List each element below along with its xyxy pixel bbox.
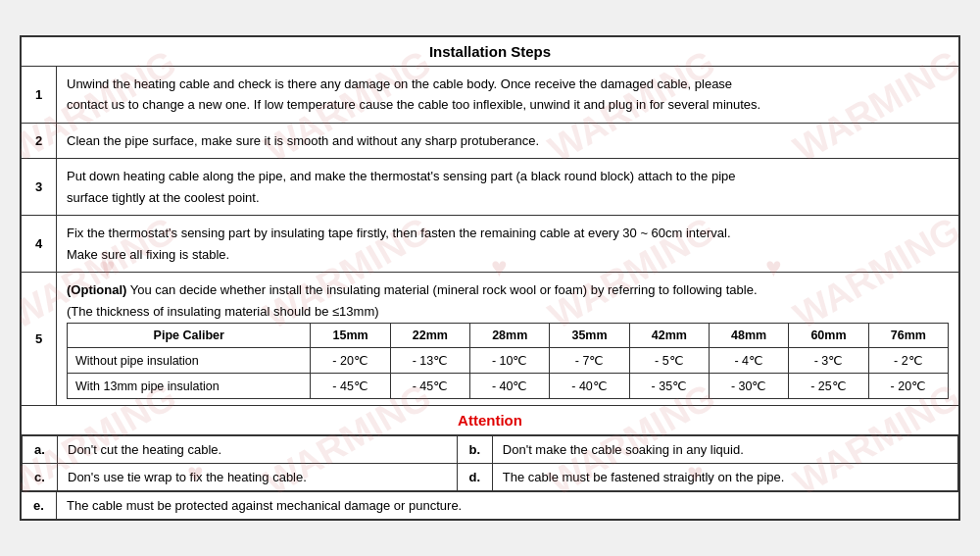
caliber-table: Pipe Caliber 15mm 22mm 28mm 35mm 42mm 48… bbox=[67, 323, 949, 399]
caliber-row-1: With 13mm pipe insulation - 45℃ - 45℃ - … bbox=[68, 374, 949, 399]
caliber-row-1-v3: - 40℃ bbox=[550, 374, 629, 399]
notes-row-ad: a. Don't cut the heating cable. b. Don't… bbox=[22, 435, 959, 492]
note-a-letter: a. bbox=[23, 436, 58, 464]
note-b-letter: b. bbox=[457, 436, 492, 464]
main-table: Installation Steps 1 Unwind the heating … bbox=[21, 36, 959, 521]
step-4-row: 4 Fix the thermostat's sensing part by i… bbox=[22, 216, 959, 273]
step-5-row: 5 (Optional) You can decide whether inst… bbox=[22, 273, 959, 406]
caliber-row-0-v1: - 13℃ bbox=[390, 348, 469, 374]
notes-table-ad: a. Don't cut the heating cable. b. Don't… bbox=[22, 435, 958, 491]
caliber-row-1-label: With 13mm pipe insulation bbox=[68, 374, 311, 399]
step-1-num: 1 bbox=[22, 66, 57, 123]
note-row-cd: c. Don's use tie wrap to fix the heating… bbox=[23, 464, 958, 491]
note-b-text: Don't make the cable soaking in any liqu… bbox=[492, 436, 957, 464]
caliber-header-row: Pipe Caliber 15mm 22mm 28mm 35mm 42mm 48… bbox=[68, 324, 949, 348]
caliber-row-1-v0: - 45℃ bbox=[311, 374, 390, 399]
step-2-line-1: Clean the pipe surface, make sure it is … bbox=[67, 131, 949, 151]
caliber-row-1-v4: - 35℃ bbox=[629, 374, 709, 399]
caliber-row-0-v3: - 7℃ bbox=[550, 348, 629, 374]
step-5-line-2: (The thickness of insulating material sh… bbox=[67, 302, 949, 322]
header-row: Installation Steps bbox=[22, 36, 959, 66]
title: Installation Steps bbox=[22, 36, 959, 66]
note-d-letter: d. bbox=[457, 464, 492, 491]
note-c-letter: c. bbox=[23, 464, 58, 491]
caliber-col-1: 15mm bbox=[311, 324, 390, 348]
note-e-letter: e. bbox=[22, 492, 57, 520]
caliber-row-0-v0: - 20℃ bbox=[311, 348, 390, 374]
step-1-line-2: contact us to change a new one. If low t… bbox=[67, 95, 949, 115]
caliber-col-5: 42mm bbox=[629, 324, 709, 348]
step-3-line-2: surface tightly at the coolest point. bbox=[67, 188, 949, 208]
step-5-num: 5 bbox=[22, 273, 57, 406]
caliber-col-4: 35mm bbox=[550, 324, 629, 348]
step-4-content: Fix the thermostat's sensing part by ins… bbox=[57, 216, 959, 273]
caliber-row-0-v4: - 5℃ bbox=[629, 348, 709, 374]
attention-row: Attention bbox=[22, 406, 959, 435]
caliber-col-7: 60mm bbox=[789, 324, 868, 348]
attention-label: Attention bbox=[22, 406, 959, 435]
caliber-row-1-v1: - 45℃ bbox=[390, 374, 469, 399]
caliber-col-0: Pipe Caliber bbox=[68, 324, 311, 348]
caliber-row-1-v5: - 30℃ bbox=[710, 374, 789, 399]
caliber-row-0-v5: - 4℃ bbox=[710, 348, 789, 374]
caliber-row-1-v2: - 40℃ bbox=[470, 374, 550, 399]
step-2-num: 2 bbox=[22, 123, 57, 159]
caliber-col-2: 22mm bbox=[390, 324, 469, 348]
caliber-row-0: Without pipe insulation - 20℃ - 13℃ - 10… bbox=[68, 348, 949, 374]
step-1-content: Unwind the heating cable and check is th… bbox=[57, 66, 959, 123]
optional-label: (Optional) bbox=[67, 282, 126, 297]
step-4-line-1: Fix the thermostat's sensing part by ins… bbox=[67, 224, 949, 243]
step-3-row: 3 Put down heating cable along the pipe,… bbox=[22, 159, 959, 216]
step-5-content: (Optional) You can decide whether instal… bbox=[57, 273, 959, 406]
caliber-row-0-v6: - 3℃ bbox=[789, 348, 868, 374]
note-a-text: Don't cut the heating cable. bbox=[58, 436, 458, 464]
caliber-col-6: 48mm bbox=[710, 324, 789, 348]
note-e-text: The cable must be protected against mech… bbox=[57, 492, 959, 520]
note-c-text: Don's use tie wrap to fix the heating ca… bbox=[58, 464, 458, 491]
caliber-row-1-v7: - 20℃ bbox=[868, 374, 948, 399]
caliber-row-0-v2: - 10℃ bbox=[470, 348, 550, 374]
step-3-content: Put down heating cable along the pipe, a… bbox=[57, 159, 959, 216]
caliber-col-8: 76mm bbox=[868, 324, 948, 348]
caliber-row-0-v7: - 2℃ bbox=[868, 348, 948, 374]
step-3-line-1: Put down heating cable along the pipe, a… bbox=[67, 167, 949, 186]
step-5-text: You can decide whether install the insul… bbox=[130, 282, 758, 297]
note-d-text: The cable must be fastened straightly on… bbox=[492, 464, 957, 491]
step-2-row: 2 Clean the pipe surface, make sure it i… bbox=[22, 123, 959, 159]
notes-ad-cell: a. Don't cut the heating cable. b. Don't… bbox=[22, 435, 959, 492]
step-3-num: 3 bbox=[22, 159, 57, 216]
step-1-row: 1 Unwind the heating cable and check is … bbox=[22, 66, 959, 123]
note-row-ab: a. Don't cut the heating cable. b. Don't… bbox=[23, 436, 958, 464]
caliber-row-0-label: Without pipe insulation bbox=[68, 348, 311, 374]
step-4-num: 4 bbox=[22, 216, 57, 273]
step-4-line-2: Make sure all fixing is stable. bbox=[67, 245, 949, 265]
caliber-col-3: 28mm bbox=[470, 324, 550, 348]
step-1-line-1: Unwind the heating cable and check is th… bbox=[67, 75, 949, 94]
page-container: WARMING WARMING WARMING WARMING WARMING … bbox=[20, 35, 960, 522]
caliber-row-1-v6: - 25℃ bbox=[789, 374, 868, 399]
note-e-row: e. The cable must be protected against m… bbox=[22, 492, 959, 520]
step-5-line-1: (Optional) You can decide whether instal… bbox=[67, 280, 949, 300]
step-2-content: Clean the pipe surface, make sure it is … bbox=[57, 123, 959, 159]
